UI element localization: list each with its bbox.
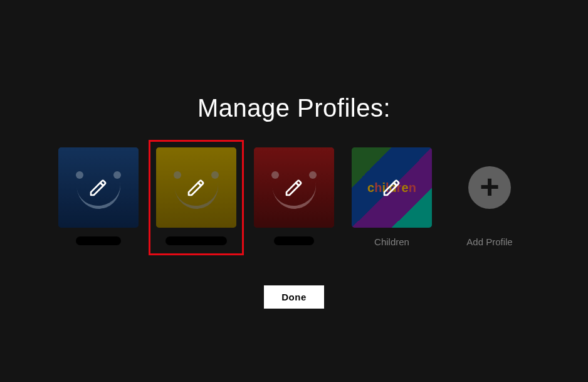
add-profile[interactable]: +Add Profile: [449, 147, 530, 248]
profile-2[interactable]: [254, 147, 334, 248]
profile-name: [76, 236, 121, 248]
add-profile-tile[interactable]: +: [449, 147, 530, 228]
profile-name: [165, 236, 227, 248]
edit-overlay[interactable]: [254, 147, 334, 228]
pencil-icon: [186, 178, 206, 198]
edit-overlay[interactable]: [156, 147, 236, 228]
pencil-icon: [382, 178, 402, 198]
pencil-icon: [284, 178, 304, 198]
pencil-icon: [88, 178, 108, 198]
profile-avatar[interactable]: [254, 147, 334, 228]
profile-list: children Children+Add Profile: [58, 147, 530, 248]
done-button[interactable]: Done: [264, 285, 324, 309]
edit-overlay[interactable]: [58, 147, 139, 228]
profile-name: Add Profile: [466, 236, 512, 248]
add-icon[interactable]: +: [468, 166, 511, 209]
edit-overlay[interactable]: [352, 147, 432, 228]
profile-avatar[interactable]: [156, 147, 236, 228]
profile-1[interactable]: [156, 147, 236, 248]
profile-0[interactable]: [58, 147, 139, 248]
profile-name: [274, 236, 314, 248]
page-title: Manage Profiles:: [197, 94, 391, 122]
profile-avatar[interactable]: [58, 147, 139, 228]
children-profile-tile[interactable]: children: [352, 147, 432, 228]
profile-3[interactable]: children Children: [352, 147, 432, 248]
profile-name: Children: [374, 236, 409, 248]
